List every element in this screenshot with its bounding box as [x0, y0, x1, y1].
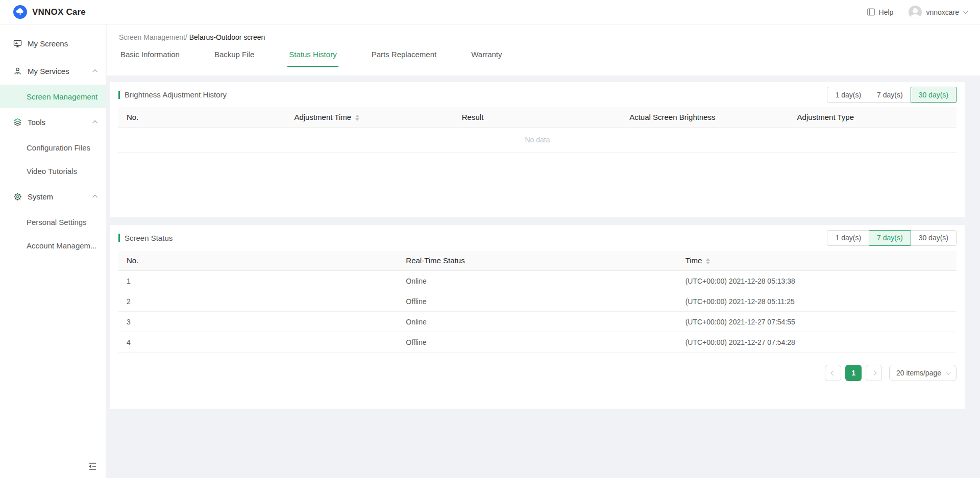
chevron-down-icon: [963, 9, 968, 14]
cell-time: (UTC+00:00) 2021-12-28 05:13:38: [677, 271, 957, 291]
range-1day-button[interactable]: 1 day(s): [827, 87, 869, 103]
chevron-down-icon: [946, 370, 951, 375]
range-7day-button[interactable]: 7 day(s): [869, 87, 911, 103]
screen-status-table: No. Real-Time Status Time 1 Online (UTC+…: [118, 251, 957, 353]
monitor-icon: [13, 39, 22, 48]
tab-parts-replacement[interactable]: Parts Replacement: [370, 50, 438, 67]
sidebar-item-configuration-files[interactable]: Configuration Files: [0, 136, 106, 159]
page-size-label: 20 items/page: [896, 369, 941, 377]
sidebar-item-label: My Screens: [28, 39, 68, 48]
tab-bar: Basic Information Backup File Status His…: [119, 50, 980, 67]
section-title-text: Screen Status: [125, 234, 173, 242]
gear-icon: [13, 192, 22, 201]
range-1day-button[interactable]: 1 day(s): [827, 230, 869, 246]
cell-status: Online: [398, 312, 677, 332]
cell-status: Online: [398, 271, 677, 291]
prev-page-button[interactable]: [825, 365, 841, 381]
chevron-up-icon: [92, 194, 97, 199]
chevron-up-icon: [92, 120, 97, 125]
brightness-history-table: No. Adjustment Time Result Actual Screen…: [118, 107, 957, 128]
chevron-up-icon: [92, 69, 97, 74]
help-book-icon: [867, 8, 875, 16]
section-title-brightness: Brightness Adjustment History: [118, 90, 227, 99]
sidebar-item-system[interactable]: System: [0, 183, 106, 210]
sidebar-item-my-screens[interactable]: My Screens: [0, 30, 106, 57]
sidebar-item-label: Account Managem...: [27, 241, 97, 250]
sort-icon[interactable]: [706, 258, 710, 264]
sort-icon[interactable]: [355, 115, 359, 121]
topbar: Screen Management/ Belarus-Outdoor scree…: [107, 24, 980, 76]
app-header: VNNOX Care Help vnnoxcare: [0, 0, 980, 24]
column-header-adjustment-type: Adjustment Type: [789, 107, 957, 127]
tab-basic-information[interactable]: Basic Information: [119, 50, 181, 67]
status-range-filter: 1 day(s) 7 day(s) 30 day(s): [827, 230, 957, 246]
empty-state: No data: [118, 128, 957, 153]
help-button[interactable]: Help: [867, 8, 894, 16]
range-30day-button[interactable]: 30 day(s): [911, 87, 957, 103]
tab-backup-file[interactable]: Backup File: [213, 50, 256, 67]
table-row: 3 Online (UTC+00:00) 2021-12-27 07:54:55: [118, 312, 957, 332]
main-content: Screen Management/ Belarus-Outdoor scree…: [107, 24, 980, 478]
table-row: 1 Online (UTC+00:00) 2021-12-28 05:13:38: [118, 271, 957, 291]
range-7day-button[interactable]: 7 day(s): [869, 230, 911, 246]
avatar: [909, 6, 922, 19]
screen-status-card: Screen Status 1 day(s) 7 day(s) 30 day(s…: [110, 225, 965, 410]
tab-warranty[interactable]: Warranty: [470, 50, 503, 67]
table-row: 4 Offline (UTC+00:00) 2021-12-27 07:54:2…: [118, 332, 957, 353]
table-row: 2 Offline (UTC+00:00) 2021-12-28 05:11:2…: [118, 291, 957, 312]
pagination: 1 20 items/page: [118, 365, 957, 409]
tab-status-history[interactable]: Status History: [287, 50, 338, 67]
sidebar-item-label: Tools: [28, 118, 45, 127]
section-marker: [118, 234, 120, 242]
breadcrumb: Screen Management/ Belarus-Outdoor scree…: [119, 24, 980, 41]
next-page-button[interactable]: [866, 365, 882, 381]
sidebar-item-personal-settings[interactable]: Personal Settings: [0, 210, 106, 234]
brightness-range-filter: 1 day(s) 7 day(s) 30 day(s): [827, 87, 957, 103]
cell-time: (UTC+00:00) 2021-12-27 07:54:55: [677, 312, 957, 332]
column-header-no: No.: [118, 107, 286, 127]
column-header-no: No.: [118, 251, 398, 271]
section-title-text: Brightness Adjustment History: [125, 90, 227, 99]
sidebar-item-tools[interactable]: Tools: [0, 108, 106, 136]
cell-status: Offline: [398, 332, 677, 353]
sidebar-item-my-services[interactable]: My Services: [0, 57, 106, 85]
sidebar-item-label: System: [28, 192, 53, 201]
sidebar-item-account-management[interactable]: Account Managem...: [0, 234, 106, 257]
help-label: Help: [879, 8, 894, 16]
sidebar-item-screen-management[interactable]: Screen Management: [0, 85, 106, 108]
username: vnnoxcare: [926, 8, 959, 16]
sidebar-item-video-tutorials[interactable]: Video Tutorials: [0, 159, 106, 183]
column-header-time[interactable]: Time: [677, 251, 957, 271]
layers-icon: [13, 118, 22, 127]
range-30day-button[interactable]: 30 day(s): [911, 230, 957, 246]
vnnox-logo-icon: [13, 5, 27, 19]
cell-no: 1: [118, 271, 398, 291]
cell-time: (UTC+00:00) 2021-12-27 07:54:28: [677, 332, 957, 353]
column-header-adjustment-time[interactable]: Adjustment Time: [286, 107, 453, 127]
user-menu[interactable]: vnnoxcare: [909, 6, 967, 19]
cell-status: Offline: [398, 291, 677, 312]
section-marker: [118, 91, 120, 99]
brand: VNNOX Care: [13, 5, 86, 19]
sidebar-item-label: Personal Settings: [27, 218, 87, 227]
sidebar-item-label: Configuration Files: [27, 143, 90, 152]
app-title: VNNOX Care: [32, 7, 86, 17]
cell-no: 3: [118, 312, 398, 332]
brightness-history-card: Brightness Adjustment History 1 day(s) 7…: [110, 82, 965, 217]
cell-no: 4: [118, 332, 398, 353]
column-header-actual-brightness: Actual Screen Brightness: [621, 107, 789, 127]
column-header-realtime-status: Real-Time Status: [398, 251, 677, 271]
chevron-left-icon: [830, 370, 836, 375]
page-size-select[interactable]: 20 items/page: [889, 365, 957, 381]
sidebar-item-label: My Services: [28, 67, 69, 76]
section-title-screen-status: Screen Status: [118, 234, 173, 242]
sidebar: My Screens My Services Screen Management…: [0, 24, 106, 478]
user-services-icon: [13, 67, 22, 76]
cell-time: (UTC+00:00) 2021-12-28 05:11:25: [677, 291, 957, 312]
current-page-button[interactable]: 1: [845, 365, 862, 381]
sidebar-item-label: Screen Management: [27, 92, 97, 101]
breadcrumb-section[interactable]: Screen Management/: [119, 33, 187, 41]
sidebar-collapse-button[interactable]: [87, 462, 99, 473]
sidebar-item-label: Video Tutorials: [27, 167, 77, 175]
outdent-icon: [87, 462, 97, 471]
